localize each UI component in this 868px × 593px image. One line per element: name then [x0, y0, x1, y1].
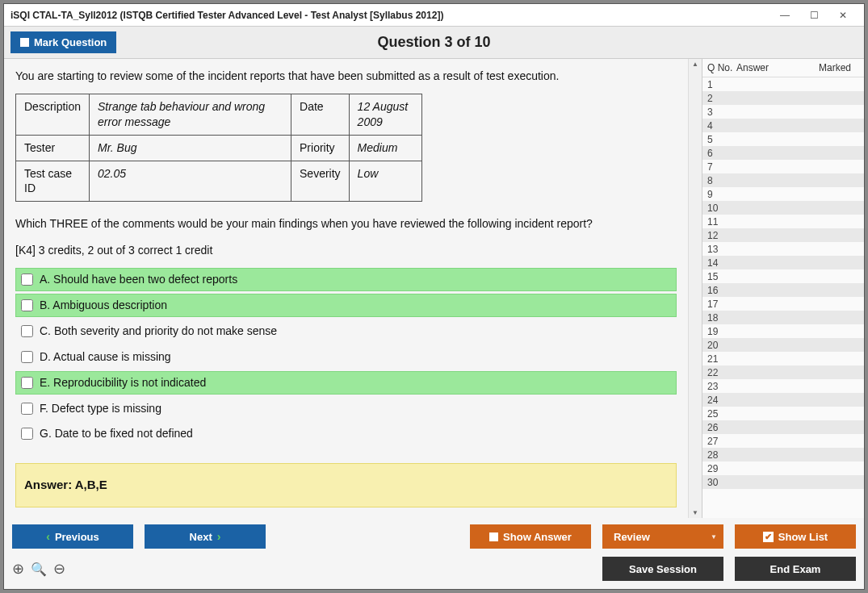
review-button[interactable]: Review ▼: [602, 524, 723, 549]
question-list-row[interactable]: 30: [702, 475, 864, 489]
question-list-row[interactable]: 11: [702, 215, 864, 228]
scroll-up-icon[interactable]: ▲: [692, 61, 698, 68]
question-list-row[interactable]: 15: [702, 269, 864, 283]
content-wrap: You are starting to review some of the i…: [4, 59, 702, 518]
next-button[interactable]: Next ›: [145, 524, 266, 549]
question-list-row[interactable]: 13: [702, 242, 864, 256]
question-list-row[interactable]: 4: [702, 119, 864, 132]
footer-row-1: ‹ Previous Next › Show Answer Review ▼ ✔…: [12, 524, 856, 549]
question-list-row[interactable]: 22: [702, 365, 864, 379]
question-list-row[interactable]: 12: [702, 228, 864, 242]
zoom-in-icon[interactable]: [12, 560, 24, 578]
question-list-row[interactable]: 9: [702, 187, 864, 201]
option-checkbox[interactable]: [21, 428, 33, 440]
question-list-row[interactable]: 18: [702, 311, 864, 324]
option-label: D. Actual cause is missing: [40, 349, 171, 365]
question-list-row[interactable]: 2: [702, 91, 864, 105]
incident-cell: Date: [291, 94, 350, 135]
option-checkbox[interactable]: [21, 274, 33, 286]
question-list-row[interactable]: 8: [702, 173, 864, 187]
question-list-row[interactable]: 3: [702, 105, 864, 119]
answer-option-b[interactable]: B. Ambiguous description: [15, 294, 677, 317]
question-list-row[interactable]: 24: [702, 393, 864, 407]
option-checkbox[interactable]: [21, 403, 33, 415]
question-list-row[interactable]: 29: [702, 461, 864, 475]
footer-row-2: Save Session End Exam: [12, 557, 856, 581]
save-session-button[interactable]: Save Session: [602, 557, 723, 581]
question-number: 28: [707, 449, 736, 461]
question-list-panel: Q No. Answer Marked 12345678910111213141…: [702, 59, 864, 518]
question-number: 12: [707, 230, 736, 241]
question-number: 18: [707, 312, 736, 324]
answer-option-f[interactable]: F. Defect type is missing: [15, 397, 677, 420]
question-list-row[interactable]: 26: [702, 420, 864, 434]
incident-cell: Severity: [291, 161, 350, 202]
end-exam-label: End Exam: [770, 563, 821, 575]
zoom-controls: [12, 560, 65, 578]
question-number: 1: [707, 79, 736, 90]
maximize-icon[interactable]: ☐: [799, 6, 828, 24]
incident-cell: Mr. Bug: [90, 135, 291, 161]
option-checkbox[interactable]: [21, 325, 33, 337]
answer-option-e[interactable]: E. Reproducibility is not indicated: [15, 371, 677, 395]
question-prompt: Which THREE of the comments would be you…: [15, 216, 677, 232]
option-checkbox[interactable]: [21, 351, 33, 363]
question-list-row[interactable]: 16: [702, 283, 864, 297]
question-list-row[interactable]: 10: [702, 201, 864, 215]
question-list-row[interactable]: 14: [702, 256, 864, 269]
header-answer: Answer: [736, 62, 819, 73]
question-number: 24: [707, 395, 736, 406]
scroll-down-icon[interactable]: ▼: [692, 509, 698, 516]
checkbox-icon: [20, 38, 29, 47]
question-number: 17: [707, 299, 736, 310]
question-list-row[interactable]: 20: [702, 338, 864, 352]
previous-label: Previous: [55, 531, 99, 543]
question-list-row[interactable]: 28: [702, 448, 864, 461]
show-answer-label: Show Answer: [503, 531, 572, 543]
question-list[interactable]: 1234567891011121314151617181920212223242…: [702, 77, 864, 518]
mark-question-label: Mark Question: [34, 36, 107, 48]
incident-cell: Medium: [349, 135, 421, 161]
question-list-row[interactable]: 21: [702, 352, 864, 365]
incident-cell: 02.05: [90, 161, 291, 202]
question-list-row[interactable]: 19: [702, 324, 864, 338]
incident-cell: Strange tab behaviour and wrong error me…: [90, 94, 291, 135]
question-list-row[interactable]: 6: [702, 146, 864, 160]
question-list-row[interactable]: 27: [702, 434, 864, 448]
close-icon[interactable]: ✕: [828, 6, 858, 24]
option-checkbox[interactable]: [21, 377, 33, 389]
question-number: 2: [707, 93, 736, 104]
minimize-icon[interactable]: —: [770, 6, 799, 24]
incident-cell: Description: [16, 94, 90, 135]
content-scrollbar[interactable]: ▲ ▼: [688, 59, 702, 518]
question-number: 9: [707, 189, 736, 200]
question-number: 14: [707, 257, 736, 269]
show-list-button[interactable]: ✔ Show List: [735, 524, 856, 549]
answer-option-d[interactable]: D. Actual cause is missing: [15, 345, 677, 369]
question-list-row[interactable]: 7: [702, 160, 864, 173]
question-number: 22: [707, 367, 736, 378]
question-list-row[interactable]: 5: [702, 132, 864, 146]
option-label: A. Should have been two defect reports: [40, 272, 237, 287]
header-qno: Q No.: [707, 62, 736, 73]
end-exam-button[interactable]: End Exam: [735, 557, 856, 581]
mark-question-button[interactable]: Mark Question: [10, 31, 116, 53]
answer-option-c[interactable]: C. Both severity and priority do not mak…: [15, 319, 677, 343]
zoom-reset-icon[interactable]: [31, 560, 47, 578]
question-number: 15: [707, 271, 736, 282]
answer-option-g[interactable]: G. Date to be fixed not defined: [15, 422, 677, 445]
show-answer-button[interactable]: Show Answer: [470, 524, 591, 549]
question-number: 10: [707, 203, 736, 214]
previous-button[interactable]: ‹ Previous: [12, 524, 133, 549]
question-number: 7: [707, 161, 736, 173]
answer-options: A. Should have been two defect reportsB.…: [15, 268, 677, 445]
question-list-row[interactable]: 17: [702, 297, 864, 311]
question-number: 4: [707, 120, 736, 132]
zoom-out-icon[interactable]: [53, 560, 65, 578]
question-list-row[interactable]: 23: [702, 379, 864, 393]
question-list-row[interactable]: 25: [702, 407, 864, 420]
option-checkbox[interactable]: [21, 299, 33, 311]
question-number: 20: [707, 340, 736, 351]
question-list-row[interactable]: 1: [702, 77, 864, 91]
answer-option-a[interactable]: A. Should have been two defect reports: [15, 268, 677, 291]
